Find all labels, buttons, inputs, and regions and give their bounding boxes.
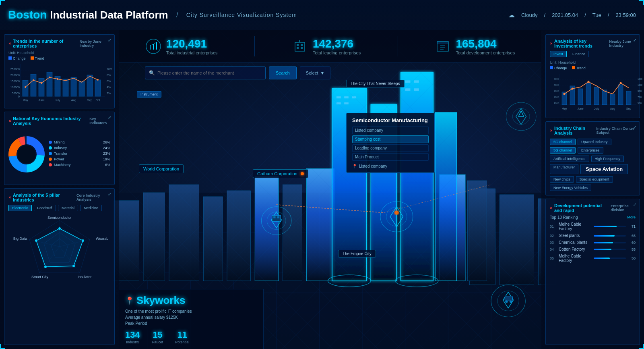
svg-rect-102 bbox=[63, 79, 68, 96]
left-panel: Trends in the number of enterprises Near… bbox=[0, 30, 119, 349]
svg-marker-53 bbox=[390, 207, 403, 227]
svg-text:900: 900 bbox=[638, 90, 642, 92]
svg-text:700: 700 bbox=[638, 96, 642, 98]
location-icon: 📍 bbox=[352, 164, 357, 168]
pillar-expand[interactable]: ⤢ bbox=[108, 192, 111, 196]
svg-marker-135 bbox=[36, 229, 83, 267]
tab-foodstuff[interactable]: Foodstuff bbox=[34, 205, 56, 211]
svg-rect-105 bbox=[87, 75, 93, 96]
search-input[interactable] bbox=[145, 66, 266, 79]
semiconductor-title: Semiconductor Manufacturing bbox=[352, 117, 429, 123]
svg-text:July: July bbox=[594, 107, 599, 110]
tab-electronic[interactable]: Electronic bbox=[8, 205, 32, 211]
development-expand[interactable]: ⤢ bbox=[633, 202, 636, 207]
svg-rect-167 bbox=[602, 90, 607, 105]
stat-potential: 11 Potential bbox=[175, 330, 189, 344]
svg-rect-32 bbox=[336, 96, 341, 98]
svg-text:Aug: Aug bbox=[71, 99, 76, 102]
economic-expand[interactable]: ⤢ bbox=[108, 115, 111, 120]
svg-rect-166 bbox=[594, 87, 599, 105]
rank-bar-4 bbox=[594, 249, 611, 250]
rank-bar-2 bbox=[594, 235, 615, 237]
search-button[interactable]: Search bbox=[269, 66, 297, 79]
svg-text:Aug: Aug bbox=[610, 107, 615, 110]
svg-point-140 bbox=[35, 239, 37, 242]
svg-text:3000: 3000 bbox=[554, 90, 559, 92]
ranking-more[interactable]: More bbox=[627, 215, 636, 220]
investment-unit: Unit: Household bbox=[550, 60, 636, 64]
svg-text:Sep: Sep bbox=[626, 107, 632, 110]
svg-rect-76 bbox=[437, 42, 448, 44]
popup-row-product[interactable]: Main Product bbox=[352, 153, 429, 161]
svg-text:4%: 4% bbox=[107, 86, 111, 89]
tag-5g-channel-2[interactable]: 5G channel bbox=[550, 147, 576, 154]
tag-5g-channel-1[interactable]: 5G channel bbox=[550, 139, 576, 145]
tag-space-aviation[interactable]: Space Aviation bbox=[580, 164, 628, 174]
world-corp-label: World Corporation bbox=[139, 164, 184, 173]
development-section: Development potential and rapid Enterpri… bbox=[545, 199, 640, 345]
svg-rect-25 bbox=[306, 168, 334, 281]
metric-divider-1 bbox=[254, 36, 255, 56]
metric-leading-icon bbox=[292, 38, 308, 54]
rank-item-3: 03 Chemical plants 60 bbox=[550, 240, 636, 245]
popup-row-leading[interactable]: Leading company bbox=[352, 144, 429, 152]
svg-point-110 bbox=[49, 77, 50, 78]
chain-section: Industry Chain Analysis Industry Chain C… bbox=[545, 121, 640, 195]
header-divider: / bbox=[176, 11, 178, 19]
metric-industrial-value: 120,491 bbox=[166, 37, 218, 50]
tag-manufacturer[interactable]: Manufacturer bbox=[550, 164, 578, 174]
tab-material[interactable]: Material bbox=[58, 205, 78, 211]
svg-rect-18 bbox=[203, 197, 223, 281]
metric-development-icon bbox=[435, 38, 451, 54]
tag-new-chips[interactable]: New chips bbox=[550, 176, 574, 183]
svg-line-43 bbox=[277, 205, 384, 213]
trends-legend: Change Trend bbox=[8, 56, 110, 60]
metric-industrial: 120,491 Total industrial enterprises bbox=[145, 37, 218, 55]
legend-mining: Mining 26% bbox=[49, 140, 110, 144]
empire-city-label: The Empire City bbox=[338, 250, 376, 258]
header-day: Tue bbox=[592, 12, 601, 18]
svg-text:Oct: Oct bbox=[96, 99, 100, 102]
chain-expand[interactable]: ⤢ bbox=[633, 125, 636, 129]
svg-text:May: May bbox=[561, 107, 567, 110]
svg-text:July: July bbox=[55, 99, 60, 102]
tab-medicine[interactable]: Medicine bbox=[80, 205, 102, 211]
tag-high-freq[interactable]: High Frequency bbox=[591, 156, 624, 162]
donut-svg bbox=[8, 136, 45, 172]
svg-marker-54 bbox=[271, 212, 282, 228]
select-button[interactable]: Select ▼ bbox=[300, 66, 330, 79]
tab-finance[interactable]: Finance bbox=[569, 51, 589, 57]
rank-item-1: 01 Meihe Cable Factory 71 bbox=[550, 222, 636, 231]
investment-expand[interactable]: ⤢ bbox=[633, 38, 636, 42]
tab-invest[interactable]: Invest bbox=[550, 51, 567, 57]
svg-rect-16 bbox=[143, 193, 165, 281]
tag-ai[interactable]: Artificial Intelligence bbox=[550, 156, 589, 162]
title-boston: Boston bbox=[8, 8, 47, 21]
tag-special-equip[interactable]: Special equipment bbox=[576, 176, 613, 183]
rank-item-2: 02 Steel plants 65 bbox=[550, 233, 636, 238]
trends-expand[interactable]: ⤢ bbox=[108, 38, 111, 42]
stat-faucet: 15 Faucet bbox=[152, 330, 163, 344]
popup-row-stamping[interactable]: Stamping cost bbox=[352, 135, 429, 143]
svg-point-50 bbox=[497, 291, 519, 311]
svg-rect-168 bbox=[610, 94, 615, 105]
stat-potential-value: 11 bbox=[175, 330, 189, 340]
investment-chart-svg: 5000 4000 3000 2000 1000 1300 1100 900 7… bbox=[550, 72, 642, 112]
svg-rect-58 bbox=[273, 216, 275, 218]
svg-point-52 bbox=[512, 108, 530, 125]
search-input-wrap: 🔍 bbox=[145, 66, 266, 79]
tag-enterprises[interactable]: Enterprises bbox=[578, 147, 603, 154]
svg-rect-38 bbox=[414, 80, 419, 83]
rank-bar-3 bbox=[594, 242, 613, 243]
search-bar: 🔍 Search Select ▼ bbox=[145, 66, 330, 79]
legend-machinery: Machinery 6% bbox=[49, 163, 110, 167]
popup-row-listed[interactable]: Listed company bbox=[352, 127, 429, 134]
tag-new-energy[interactable]: New Energy Vehicles bbox=[550, 185, 591, 191]
svg-rect-104 bbox=[79, 81, 85, 96]
tag-upward[interactable]: Upward Industry bbox=[578, 139, 611, 145]
svg-rect-106 bbox=[95, 80, 101, 96]
skyworks-section: 📍 Skyworks One of the most prolific IT c… bbox=[119, 289, 264, 349]
svg-text:2000: 2000 bbox=[554, 96, 559, 98]
rank-bar-1 bbox=[594, 226, 617, 227]
economic-section: National Key Economic Industry Analysis … bbox=[4, 112, 115, 185]
